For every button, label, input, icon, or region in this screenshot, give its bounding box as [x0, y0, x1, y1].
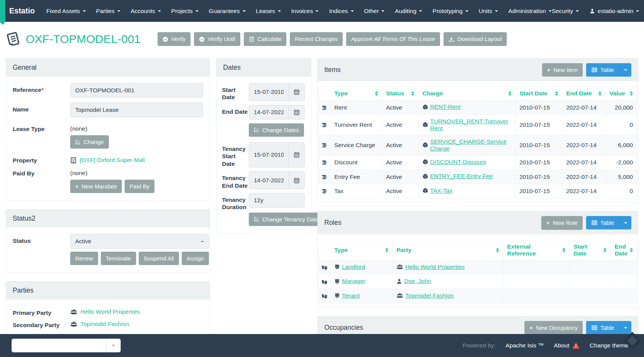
roles-table-view-button[interactable]: Table — [586, 216, 631, 229]
new-occupancy-button[interactable]: +New Occupancy — [524, 321, 583, 334]
sort-icon[interactable] — [555, 91, 558, 96]
sort-icon[interactable] — [375, 91, 378, 96]
sort-icon[interactable] — [630, 248, 633, 252]
calculate-button[interactable]: Calculate — [244, 32, 287, 46]
tenancy-end-calendar-button[interactable] — [289, 171, 305, 189]
apache-isis-link[interactable]: Apache Isis ™ — [506, 342, 544, 349]
new-role-button[interactable]: +New Role — [541, 216, 583, 229]
new-mandate-button[interactable]: +New Mandate — [70, 180, 122, 193]
verify-until-button[interactable]: Verify Until — [194, 32, 240, 46]
items-sort-value[interactable]: Value — [606, 87, 637, 100]
menu-projects[interactable]: Projects — [171, 8, 199, 15]
approve-all-terms-button[interactable]: Approve All Terms Of This Lease — [346, 32, 440, 46]
sort-icon[interactable] — [496, 248, 499, 252]
lease-type-label: Lease Type — [13, 122, 70, 149]
occupancies-table-view-button[interactable]: Table — [586, 321, 631, 334]
menu-fixed-assets[interactable]: Fixed Assets — [46, 8, 86, 15]
charge-link[interactable]: ENTRY_FEE-Entry Fee — [430, 173, 493, 180]
verify-button[interactable]: Verify — [158, 32, 191, 46]
role-party-link[interactable]: Doe, John — [404, 278, 431, 285]
end-date-input[interactable] — [249, 105, 289, 120]
property-link[interactable]: [OXF] Oxford Super Mall — [80, 157, 145, 164]
building-icon — [70, 157, 77, 164]
tenancy-duration-input[interactable] — [249, 193, 305, 208]
download-layout-button[interactable]: Download Layout — [444, 32, 507, 46]
secondary-party-link[interactable]: Topmodel Fashion — [80, 321, 129, 328]
start-date-input[interactable] — [249, 83, 289, 101]
items-table-view-button[interactable]: Table — [586, 63, 631, 77]
footer-combobox-caret[interactable] — [106, 339, 120, 352]
start-date-calendar-button[interactable] — [289, 83, 305, 101]
menu-administration[interactable]: Administration — [508, 8, 552, 15]
recent-changes-button[interactable]: Recent Changes — [290, 32, 343, 46]
footer-combobox[interactable] — [12, 339, 121, 352]
sort-icon[interactable] — [385, 248, 388, 252]
assign-button[interactable]: Assign — [182, 252, 209, 265]
sort-icon[interactable] — [603, 248, 606, 252]
sort-icon[interactable] — [411, 91, 414, 96]
role-party-link[interactable]: Topmodel Fashion — [405, 292, 454, 299]
warning-icon — [572, 342, 580, 349]
name-input[interactable] — [70, 103, 203, 117]
change-dates-button[interactable]: Change Dates — [249, 123, 304, 137]
status-select[interactable]: Active — [70, 234, 209, 249]
roles-sort-party[interactable]: Party — [393, 240, 503, 260]
suspend-all-button[interactable]: Suspend All — [139, 252, 179, 265]
sort-icon[interactable] — [562, 248, 565, 252]
role-type-link[interactable]: Manager — [342, 278, 365, 285]
menu-auditing[interactable]: Auditing — [395, 8, 422, 15]
charge-link[interactable]: RENT-Rent — [430, 103, 460, 110]
sort-icon[interactable] — [508, 91, 511, 96]
primary-party-link[interactable]: Hello World Properties — [80, 308, 140, 315]
sort-icon[interactable] — [598, 91, 601, 96]
about-link[interactable]: About — [554, 342, 580, 349]
mask-icon — [334, 293, 340, 298]
role-type-link[interactable]: Tenant — [342, 292, 360, 299]
chevron-down-icon — [201, 241, 204, 242]
new-item-button[interactable]: +New Item — [542, 63, 583, 77]
role-party-link[interactable]: Hello World Properties — [405, 264, 465, 270]
roles-sort-external-reference[interactable]: External Reference — [503, 240, 569, 260]
user-menu[interactable]: estatio-admin — [590, 8, 639, 15]
menu-prototyping[interactable]: Prototyping — [432, 8, 468, 15]
menu-parties[interactable]: Parties — [96, 8, 120, 15]
app-brand[interactable]: Estatio — [9, 7, 35, 15]
charge-link[interactable]: SERVICE_CHARGE-Service Charge — [430, 138, 511, 152]
items-sort-type[interactable]: Type — [330, 87, 382, 100]
roles-sort-type[interactable]: Type — [330, 240, 393, 260]
change-tenancy-dates-button[interactable]: Change Tenancy Dates — [249, 213, 327, 226]
reference-input[interactable] — [70, 83, 203, 98]
items-sort-start-date[interactable]: Start Date — [516, 87, 562, 100]
change-lease-type-button[interactable]: Change — [70, 135, 109, 149]
menu-invoices[interactable]: Invoices — [291, 8, 319, 15]
chevron-down-icon — [117, 10, 120, 12]
parties-panel-title: Parties — [6, 282, 210, 300]
menu-units[interactable]: Units — [479, 8, 498, 15]
roles-table-view-caret[interactable] — [619, 216, 631, 229]
tenancy-end-date-input[interactable] — [249, 171, 289, 189]
charge-link[interactable]: TAX-Tax — [430, 187, 452, 194]
menu-security[interactable]: Security — [552, 8, 579, 15]
charge-link[interactable]: TURNOVER_RENT-Turnover Rent — [430, 118, 511, 132]
tenancy-start-calendar-button[interactable] — [289, 142, 305, 167]
menu-guarantees[interactable]: Guarantees — [209, 8, 246, 15]
menu-leases[interactable]: Leases — [256, 8, 281, 15]
terminate-button[interactable]: Terminate — [101, 252, 136, 265]
tenancy-start-date-input[interactable] — [249, 142, 289, 167]
renew-button[interactable]: Renew — [70, 252, 98, 265]
menu-other[interactable]: Other — [364, 8, 385, 15]
items-sort-status[interactable]: Status — [382, 87, 419, 100]
roles-sort-end-date[interactable]: End Date — [611, 240, 637, 260]
paid-by-button[interactable]: Paid By — [125, 180, 154, 193]
role-type-link[interactable]: Landlord — [342, 264, 365, 270]
sort-icon[interactable] — [630, 91, 633, 96]
roles-sort-start-date[interactable]: Start Date — [570, 240, 611, 260]
items-sort-end-date[interactable]: End Date — [562, 87, 606, 100]
menu-indices[interactable]: Indices — [329, 8, 353, 15]
items-sort-charge[interactable]: Charge — [419, 87, 516, 100]
charge-link[interactable]: DISCOUNT-Discount — [430, 159, 486, 165]
end-date-calendar-button[interactable] — [289, 105, 305, 120]
menu-accounts[interactable]: Accounts — [131, 8, 161, 15]
items-table-view-caret[interactable] — [619, 63, 631, 77]
occupancies-table-view-caret[interactable] — [619, 321, 631, 334]
